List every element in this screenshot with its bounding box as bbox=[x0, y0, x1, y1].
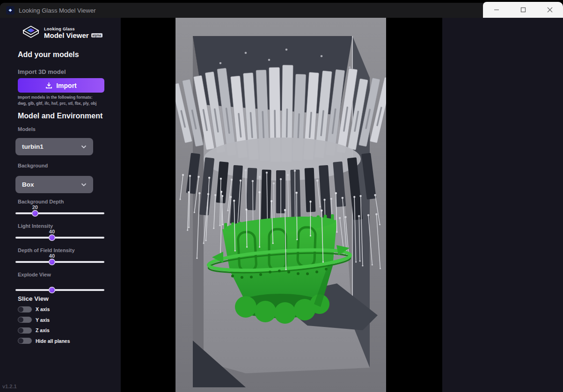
brand-line2: Model Viewer bbox=[44, 31, 89, 39]
toggle-switch[interactable] bbox=[18, 327, 32, 334]
slider-track[interactable] bbox=[15, 212, 104, 214]
window-title: Looking Glass Model Viewer bbox=[19, 7, 96, 14]
toggle-label: Y axis bbox=[36, 317, 50, 323]
app-window: Looking Glass Model Viewer Looking Glass bbox=[0, 0, 563, 392]
toggle-switch[interactable] bbox=[18, 306, 32, 312]
toggle-knob bbox=[18, 307, 23, 312]
app-logo-icon bbox=[6, 6, 15, 15]
slider-light-intensity: Light Intensity40 bbox=[0, 223, 121, 247]
toggle-row-z-axis: Z axis bbox=[18, 325, 70, 336]
slider-value: 20 bbox=[28, 204, 42, 210]
toggle-row-y-axis: Y axis bbox=[18, 315, 70, 326]
models-dropdown-value: turbin1 bbox=[22, 143, 81, 150]
looking-glass-logo-icon bbox=[22, 25, 40, 40]
toggle-switch[interactable] bbox=[18, 317, 32, 323]
slider-thumb[interactable] bbox=[49, 234, 55, 241]
maximize-button[interactable] bbox=[514, 4, 532, 16]
import-button-label: Import bbox=[56, 82, 77, 89]
background-dropdown[interactable]: Box bbox=[15, 176, 93, 193]
close-button[interactable] bbox=[541, 4, 559, 16]
brand-logo: Looking Glass Model Viewer alpha bbox=[22, 25, 102, 40]
slider-track[interactable] bbox=[15, 261, 104, 263]
background-label: Background bbox=[18, 163, 48, 168]
chevron-down-icon bbox=[81, 183, 87, 187]
download-icon bbox=[45, 82, 52, 89]
toggle-knob bbox=[18, 328, 23, 333]
title-bar[interactable]: Looking Glass Model Viewer bbox=[0, 3, 563, 18]
slider-value: 40 bbox=[45, 253, 59, 259]
slider-track[interactable] bbox=[15, 237, 104, 239]
toggle-row-x-axis: X axis bbox=[18, 304, 70, 315]
slider-label: Explode View bbox=[18, 272, 51, 277]
slice-view-toggles: X axisY axisZ axisHide all planes bbox=[18, 304, 70, 346]
slider-thumb[interactable] bbox=[32, 210, 38, 217]
toggle-label: Z axis bbox=[36, 327, 50, 333]
toggle-row-hide-all-planes: Hide all planes bbox=[18, 336, 70, 347]
toggle-switch[interactable] bbox=[18, 338, 32, 344]
alpha-badge: alpha bbox=[91, 33, 102, 37]
supported-formats-text: Import models in the following formats: … bbox=[18, 94, 96, 107]
toggle-knob bbox=[18, 338, 23, 343]
toggle-label: X axis bbox=[36, 306, 50, 312]
import-3d-model-label: Import 3D model bbox=[18, 68, 66, 75]
slider-label: Depth of Field Intensity bbox=[18, 247, 75, 253]
model-environment-heading: Model and Environment bbox=[18, 112, 102, 120]
slice-view-heading: Slice View bbox=[18, 295, 49, 302]
slider-label: Background Depth bbox=[18, 199, 64, 204]
slider-background-depth: Background Depth20 bbox=[0, 198, 121, 223]
models-dropdown[interactable]: turbin1 bbox=[15, 138, 93, 155]
minimize-button[interactable] bbox=[488, 4, 505, 16]
slider-thumb[interactable] bbox=[49, 287, 55, 293]
chevron-down-icon bbox=[81, 145, 87, 149]
slider-track[interactable] bbox=[15, 289, 104, 291]
background-dropdown-value: Box bbox=[22, 181, 81, 188]
toggle-knob bbox=[18, 317, 23, 322]
viewport-background bbox=[121, 18, 442, 392]
app-version: v1.2.1 bbox=[2, 384, 17, 389]
slider-value: 40 bbox=[45, 229, 59, 234]
add-models-heading: Add your models bbox=[18, 51, 79, 59]
slider-depth-of-field-intensity: Depth of Field Intensity40 bbox=[0, 247, 121, 271]
models-label: Models bbox=[18, 126, 36, 132]
slider-label: Light Intensity bbox=[18, 223, 53, 229]
toggle-label: Hide all planes bbox=[36, 338, 70, 344]
brand-line1: Looking Glass bbox=[44, 27, 102, 31]
slider-thumb[interactable] bbox=[49, 259, 55, 265]
right-panel-region: Hierarchy turbin1 ‚0 (2) Diameter Hole1B… bbox=[442, 18, 563, 392]
overlay-window-titlebar bbox=[483, 2, 563, 18]
slider-group: Background Depth20Light Intensity40Depth… bbox=[0, 198, 121, 299]
import-button[interactable]: Import bbox=[18, 78, 104, 93]
sidebar: Looking Glass Model Viewer alpha Add you… bbox=[0, 18, 121, 392]
turbine-exploded-render bbox=[175, 18, 386, 392]
viewport-3d-render[interactable] bbox=[175, 18, 386, 392]
